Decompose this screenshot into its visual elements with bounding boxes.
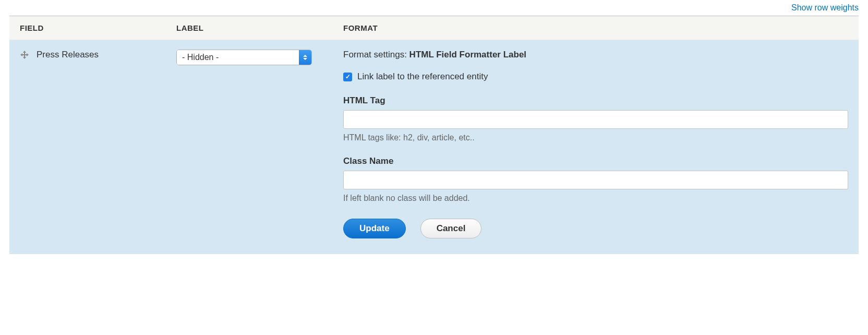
show-row-weights-link[interactable]: Show row weights xyxy=(791,3,859,12)
checkbox-checked-icon[interactable]: ✓ xyxy=(343,73,352,81)
svg-marker-3 xyxy=(27,53,29,56)
table-header-row: FIELD LABEL FORMAT xyxy=(9,16,859,40)
html-tag-input[interactable] xyxy=(343,110,848,129)
class-name-field: Class Name If left blank no class will b… xyxy=(343,156,848,203)
chevron-updown-icon xyxy=(299,50,311,65)
cell-format: Format settings: HTML Field Formatter La… xyxy=(333,40,859,255)
label-select-value: - Hidden - xyxy=(177,50,299,65)
format-settings-label: Format settings: HTML Field Formatter La… xyxy=(343,50,848,60)
header-format: FORMAT xyxy=(333,16,859,40)
cell-field: Press Releases xyxy=(9,40,166,255)
field-display-table: FIELD LABEL FORMAT xyxy=(9,16,859,254)
svg-marker-0 xyxy=(23,51,26,53)
class-name-input[interactable] xyxy=(343,171,848,189)
header-field: FIELD xyxy=(9,16,166,40)
cancel-button[interactable]: Cancel xyxy=(420,219,482,238)
html-tag-description: HTML tags like: h2, div, article, etc.. xyxy=(343,133,848,142)
svg-marker-1 xyxy=(23,57,26,59)
update-button[interactable]: Update xyxy=(343,219,406,238)
link-label-text: Link label to the referenced entity xyxy=(357,71,488,82)
cell-label: - Hidden - xyxy=(166,40,333,255)
html-tag-field: HTML Tag HTML tags like: h2, div, articl… xyxy=(343,95,848,142)
class-name-description: If left blank no class will be added. xyxy=(343,194,848,203)
html-tag-label: HTML Tag xyxy=(343,95,848,106)
class-name-label: Class Name xyxy=(343,156,848,166)
label-select[interactable]: - Hidden - xyxy=(176,50,312,65)
form-actions: Update Cancel xyxy=(343,219,848,238)
field-name: Press Releases xyxy=(37,50,99,60)
top-actions: Show row weights xyxy=(9,0,859,16)
svg-rect-5 xyxy=(22,54,27,55)
svg-marker-2 xyxy=(20,53,22,56)
table-row: Press Releases - Hidden - Format setting… xyxy=(9,40,859,255)
link-label-checkbox-row: ✓ Link label to the referenced entity xyxy=(343,71,848,82)
header-label: LABEL xyxy=(166,16,333,40)
drag-handle-icon[interactable] xyxy=(20,50,29,59)
